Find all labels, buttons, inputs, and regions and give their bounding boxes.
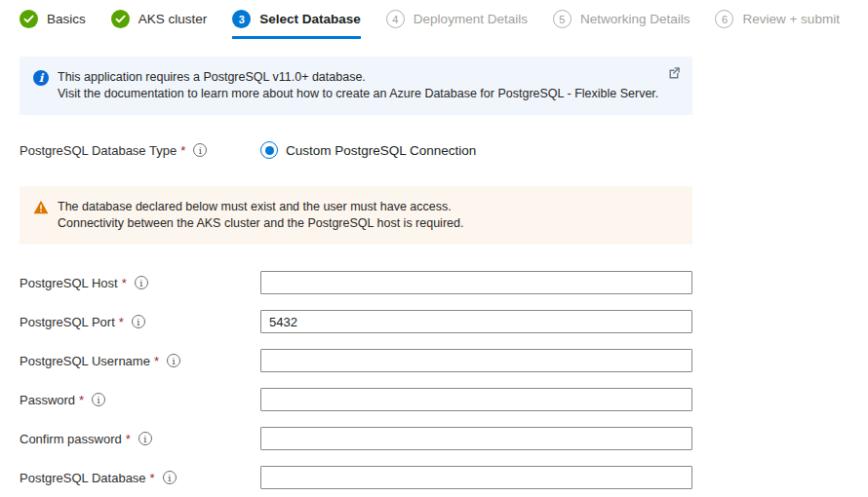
step-number-icon: 6 — [715, 10, 733, 28]
tab-label: Select Database — [259, 12, 361, 26]
info-tooltip-icon[interactable]: i — [138, 432, 152, 445]
info-tooltip-icon[interactable]: i — [92, 393, 105, 406]
tab-aks-cluster[interactable]: AKS cluster — [111, 10, 208, 39]
tab-label: Basics — [47, 12, 86, 26]
info-line-1: This application requires a PostgreSQL v… — [58, 69, 658, 86]
password-label: Password * i — [20, 393, 260, 407]
confirm-password-row: Confirm password * i — [20, 427, 692, 450]
tab-select-database[interactable]: 3 Select Database — [232, 10, 361, 39]
required-asterisk: * — [79, 393, 84, 407]
password-row: Password * i — [20, 388, 692, 411]
tab-review-submit[interactable]: 6 Review + submit — [715, 10, 839, 39]
radio-label: Custom PostgreSQL Connection — [286, 143, 476, 158]
required-asterisk: * — [180, 143, 185, 158]
info-icon: i — [33, 70, 49, 86]
info-line-2: Visit the documentation to learn more ab… — [58, 86, 658, 102]
required-asterisk: * — [122, 276, 127, 290]
tab-deployment-details[interactable]: 4 Deployment Details — [386, 10, 528, 39]
postgresql-username-row: PostgreSQL Username * i — [20, 349, 692, 372]
info-banner-text: This application requires a PostgreSQL v… — [58, 69, 658, 102]
postgresql-username-label: PostgreSQL Username * i — [20, 354, 260, 368]
tab-label: Review + submit — [742, 12, 839, 26]
custom-postgresql-connection-radio[interactable]: Custom PostgreSQL Connection — [260, 141, 476, 159]
postgresql-port-label: PostgreSQL Port * i — [20, 315, 260, 329]
info-tooltip-icon[interactable]: i — [167, 354, 180, 367]
tab-label: AKS cluster — [138, 12, 208, 26]
info-tooltip-icon[interactable]: i — [132, 315, 145, 328]
info-tooltip-icon[interactable]: i — [193, 143, 207, 157]
tab-basics[interactable]: Basics — [20, 10, 86, 39]
tab-label: Deployment Details — [414, 12, 528, 26]
step-number-icon: 3 — [232, 10, 251, 28]
postgresql-port-input[interactable] — [260, 310, 692, 333]
warning-banner-text: The database declared below must exist a… — [58, 199, 463, 232]
wizard-tab-bar: Basics AKS cluster 3 Select Database 4 D… — [0, 0, 868, 39]
warning-icon — [33, 200, 49, 218]
password-input[interactable] — [260, 388, 692, 411]
warning-line-1: The database declared below must exist a… — [58, 199, 463, 215]
radio-selected-icon — [260, 141, 278, 159]
postgresql-host-row: PostgreSQL Host * i — [20, 271, 692, 294]
warning-line-2: Connectivity between the AKS cluster and… — [58, 215, 463, 232]
postgresql-host-input[interactable] — [260, 271, 692, 294]
required-asterisk: * — [119, 315, 124, 329]
check-icon — [20, 10, 38, 28]
required-asterisk: * — [150, 471, 155, 485]
external-link-icon[interactable] — [668, 65, 681, 83]
step-number-icon: 5 — [553, 10, 572, 28]
warning-banner: The database declared below must exist a… — [20, 186, 692, 245]
required-asterisk: * — [126, 432, 131, 446]
confirm-password-input[interactable] — [260, 427, 692, 450]
check-icon — [111, 10, 130, 28]
postgresql-database-row: PostgreSQL Database * i — [20, 466, 692, 489]
tab-label: Networking Details — [580, 12, 690, 26]
database-type-label: PostgreSQL Database Type * i — [20, 143, 260, 158]
postgresql-username-input[interactable] — [260, 349, 692, 372]
info-tooltip-icon[interactable]: i — [135, 276, 148, 289]
required-asterisk: * — [154, 354, 159, 368]
postgresql-port-row: PostgreSQL Port * i — [20, 310, 692, 333]
step-number-icon: 4 — [386, 10, 405, 28]
confirm-password-label: Confirm password * i — [20, 432, 260, 446]
connection-form: PostgreSQL Host * i PostgreSQL Port * i … — [20, 271, 692, 489]
database-type-row: PostgreSQL Database Type * i Custom Post… — [20, 141, 692, 159]
info-tooltip-icon[interactable]: i — [163, 471, 177, 484]
postgresql-database-label: PostgreSQL Database * i — [20, 471, 260, 485]
postgresql-host-label: PostgreSQL Host * i — [20, 276, 260, 290]
tab-networking-details[interactable]: 5 Networking Details — [553, 10, 690, 39]
select-database-panel: i This application requires a PostgreSQL… — [0, 57, 692, 489]
info-banner: i This application requires a PostgreSQL… — [20, 57, 692, 115]
postgresql-database-input[interactable] — [260, 466, 692, 489]
